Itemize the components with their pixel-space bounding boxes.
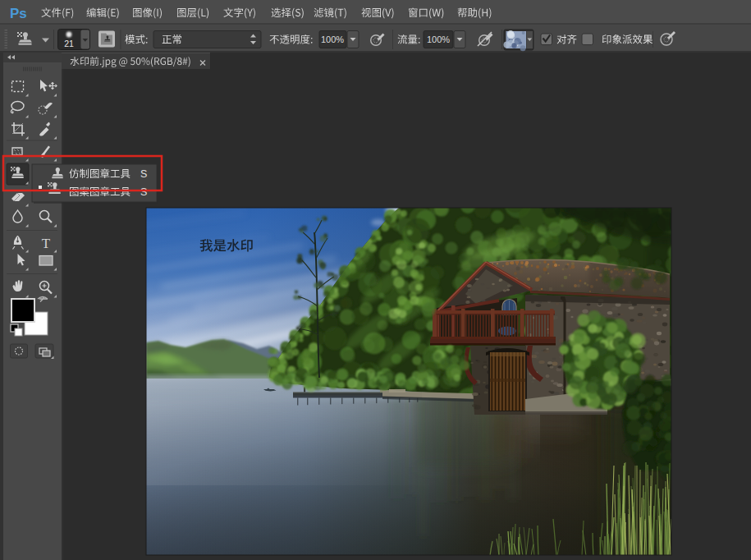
svg-text:21: 21 <box>64 39 74 48</box>
svg-text:S: S <box>140 168 147 180</box>
svg-text:100%: 100% <box>321 34 344 44</box>
svg-text:T: T <box>42 236 51 251</box>
svg-text:Ps: Ps <box>10 6 27 21</box>
svg-text:100%: 100% <box>427 34 450 44</box>
svg-text:S: S <box>140 186 147 198</box>
